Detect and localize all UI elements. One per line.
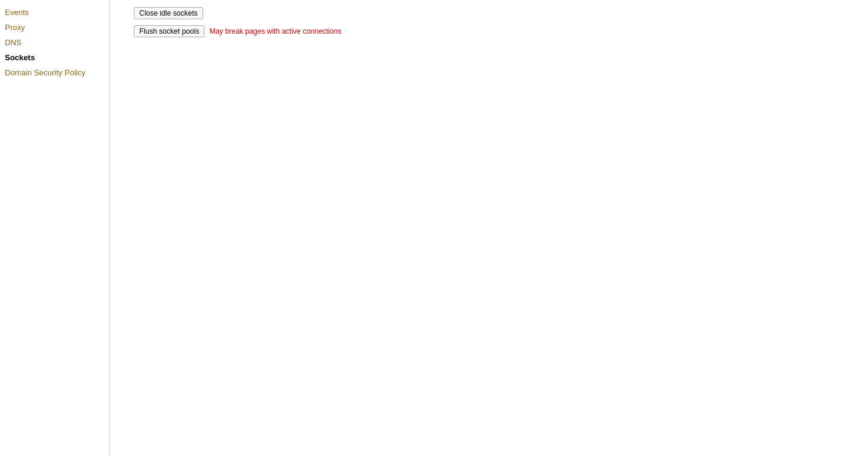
sidebar-item-proxy[interactable]: Proxy	[0, 20, 109, 35]
sidebar-item-events[interactable]: Events	[0, 5, 109, 20]
flush-socket-pools-button[interactable]: Flush socket pools	[134, 25, 204, 37]
list-item-flush-socket-pools: Flush socket pools May break pages with …	[134, 25, 856, 37]
sidebar: Events Proxy DNS Sockets Domain Security…	[0, 0, 110, 456]
app-layout: Events Proxy DNS Sockets Domain Security…	[0, 0, 868, 456]
close-idle-sockets-button[interactable]: Close idle sockets	[134, 7, 203, 19]
sidebar-item-sockets[interactable]: Sockets	[0, 50, 109, 65]
sidebar-item-domain-security-policy[interactable]: Domain Security Policy	[0, 65, 109, 80]
sidebar-item-dns[interactable]: DNS	[0, 35, 109, 50]
action-list: Close idle sockets Flush socket pools Ma…	[122, 7, 856, 37]
flush-socket-pools-warning: May break pages with active connections	[209, 27, 341, 36]
list-item-close-idle-sockets: Close idle sockets	[134, 7, 856, 19]
main-content: Close idle sockets Flush socket pools Ma…	[110, 0, 868, 456]
